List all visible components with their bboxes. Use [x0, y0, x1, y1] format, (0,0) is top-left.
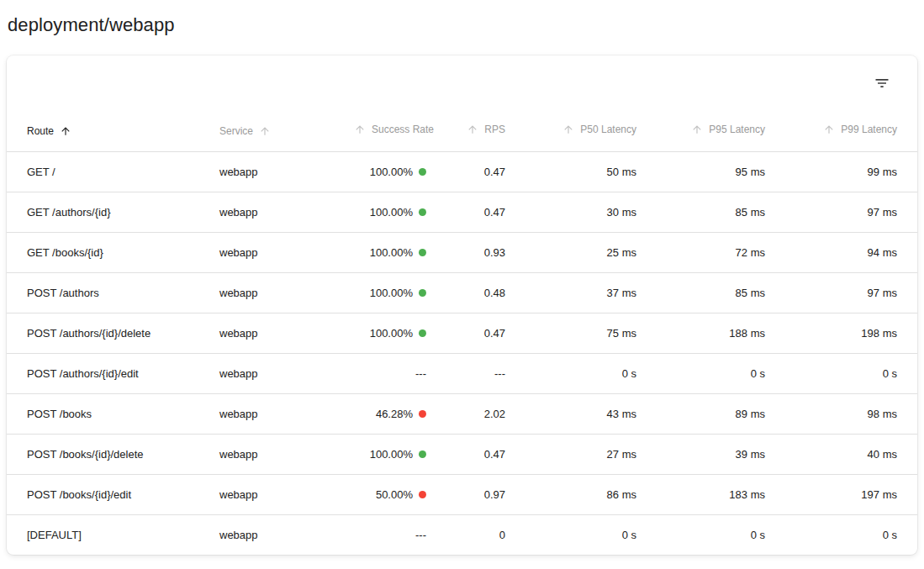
route-cell: POST /authors/{id}/edit [7, 353, 219, 393]
table-row[interactable]: GET /authors/{id}webapp100.00%0.4730 ms8… [7, 192, 917, 232]
p95-cell: 183 ms [650, 474, 779, 514]
success-rate-value: 46.28% [376, 408, 413, 420]
filter-button[interactable] [870, 71, 894, 95]
rps-cell: 0.47 [440, 192, 519, 232]
service-cell: webapp [219, 313, 354, 353]
rps-cell: 2.02 [440, 393, 519, 434]
table-row[interactable]: POST /authors/{id}/editwebapp------0 s0 … [7, 353, 917, 393]
column-header-service[interactable]: Service [219, 111, 354, 151]
success-rate-cell: 100.00% [354, 434, 440, 474]
table-header-row: RouteServiceSuccess RateRPSP50 LatencyP9… [7, 111, 917, 151]
service-cell: webapp [219, 353, 354, 393]
p50-cell: 43 ms [519, 393, 650, 434]
route-cell: POST /books [7, 393, 219, 434]
column-header-label: RPS [484, 124, 505, 135]
table-row[interactable]: GET /webapp100.00%0.4750 ms95 ms99 ms [7, 151, 917, 192]
sort-arrow-up-icon [259, 125, 271, 137]
column-header-p50[interactable]: P50 Latency [519, 111, 650, 151]
route-cell: POST /authors [7, 272, 219, 313]
sort-arrow-up-icon [823, 124, 835, 135]
p99-cell: 99 ms [779, 151, 917, 192]
service-cell: webapp [219, 434, 354, 474]
column-header-p99[interactable]: P99 Latency [779, 111, 917, 151]
p99-cell: 0 s [779, 514, 917, 555]
routes-table: RouteServiceSuccess RateRPSP50 LatencyP9… [7, 111, 917, 555]
success-rate-value: 100.00% [370, 206, 413, 219]
rps-cell: 0.47 [440, 313, 519, 353]
table-row[interactable]: POST /books/{id}/editwebapp50.00%0.9786 … [7, 474, 917, 514]
column-header-label: Route [27, 125, 54, 137]
service-cell: webapp [219, 192, 354, 232]
table-row[interactable]: POST /bookswebapp46.28%2.0243 ms89 ms98 … [7, 393, 917, 434]
p50-cell: 37 ms [519, 272, 650, 313]
filter-list-icon [874, 75, 890, 92]
rps-cell: 0.47 [440, 151, 519, 192]
sort-arrow-up-icon [354, 124, 366, 135]
service-cell: webapp [219, 393, 354, 434]
route-cell: GET /books/{id} [7, 232, 219, 272]
p99-cell: 97 ms [779, 272, 917, 313]
p50-cell: 27 ms [519, 434, 650, 474]
column-header-route[interactable]: Route [7, 111, 219, 151]
success-rate-value: 50.00% [376, 488, 413, 501]
rps-cell: 0.93 [440, 232, 519, 272]
service-cell: webapp [219, 232, 354, 272]
success-rate-cell: 50.00% [354, 474, 440, 514]
status-ok-dot [419, 168, 426, 176]
p95-cell: 0 s [650, 514, 779, 555]
table-row[interactable]: POST /authors/{id}/deletewebapp100.00%0.… [7, 313, 917, 353]
success-rate-cell: 100.00% [354, 151, 440, 192]
status-ok-dot [419, 208, 426, 216]
status-error-dot [419, 410, 426, 418]
route-cell: GET /authors/{id} [7, 192, 219, 232]
p95-cell: 89 ms [650, 393, 779, 434]
route-cell: POST /authors/{id}/delete [7, 313, 219, 353]
rps-cell: 0.48 [440, 272, 519, 313]
page: deployment/webapp RouteServiceSuccess Ra… [0, 14, 924, 555]
p99-cell: 197 ms [779, 474, 917, 514]
success-rate-cell: 100.00% [354, 272, 440, 313]
sort-arrow-up-icon [467, 124, 478, 135]
sort-arrow-up-icon [60, 125, 71, 137]
p95-cell: 85 ms [650, 272, 779, 313]
p95-cell: 95 ms [650, 151, 779, 192]
p95-cell: 39 ms [650, 434, 779, 474]
p50-cell: 0 s [519, 514, 650, 555]
p99-cell: 98 ms [779, 393, 917, 434]
status-ok-dot [419, 329, 426, 337]
p99-cell: 198 ms [779, 313, 917, 353]
rps-cell: 0.97 [440, 474, 519, 514]
p50-cell: 75 ms [519, 313, 650, 353]
table-row[interactable]: [DEFAULT]webapp---00 s0 s0 s [7, 514, 917, 555]
table-row[interactable]: POST /books/{id}/deletewebapp100.00%0.47… [7, 434, 917, 474]
column-header-p95[interactable]: P95 Latency [650, 111, 779, 151]
table-row[interactable]: GET /books/{id}webapp100.00%0.9325 ms72 … [7, 232, 917, 272]
sort-arrow-up-icon [562, 124, 574, 135]
table-row[interactable]: POST /authorswebapp100.00%0.4837 ms85 ms… [7, 272, 917, 313]
p50-cell: 50 ms [519, 151, 650, 192]
p95-cell: 72 ms [650, 232, 779, 272]
rps-cell: --- [440, 353, 519, 393]
service-cell: webapp [219, 272, 354, 313]
column-header-rps[interactable]: RPS [440, 111, 519, 151]
p50-cell: 25 ms [519, 232, 650, 272]
rps-cell: 0 [440, 514, 519, 555]
success-rate-value: 100.00% [370, 246, 413, 259]
success-rate-cell: --- [354, 514, 440, 555]
success-rate-cell: --- [354, 353, 440, 393]
p99-cell: 40 ms [779, 434, 917, 474]
success-rate-value: 100.00% [370, 287, 413, 299]
column-header-label: P99 Latency [841, 124, 897, 135]
p95-cell: 188 ms [650, 313, 779, 353]
p99-cell: 94 ms [779, 232, 917, 272]
success-rate-cell: 46.28% [354, 393, 440, 434]
success-rate-cell: 100.00% [354, 192, 440, 232]
success-rate-value: 100.00% [370, 166, 413, 178]
p99-cell: 0 s [779, 353, 917, 393]
p50-cell: 86 ms [519, 474, 650, 514]
success-rate-cell: 100.00% [354, 232, 440, 272]
success-rate-value: 100.00% [370, 327, 413, 340]
column-header-label: Service [219, 125, 253, 137]
p95-cell: 0 s [650, 353, 779, 393]
column-header-success-rate[interactable]: Success Rate [354, 111, 440, 151]
